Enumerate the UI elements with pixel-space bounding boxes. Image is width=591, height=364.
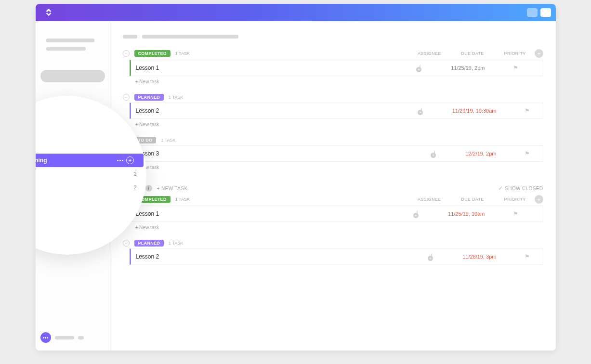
status-header: −COMPLETED1 TASKASSIGNEEDUE DATEPRIORITY…	[123, 49, 543, 58]
clickup-logo	[43, 7, 54, 18]
due-date-cell[interactable]: 12/2/19, 2pm	[465, 151, 496, 156]
chat-dots: •••	[43, 335, 49, 340]
assignee-icon[interactable]	[417, 210, 418, 217]
due-date-cell[interactable]: 11/25/19, 10am	[448, 211, 485, 217]
assignee-cell[interactable]	[421, 254, 442, 260]
list-section: ass 2i+ NEW TASK✓SHOW CLOSED−COMPLETED1 …	[123, 184, 543, 265]
priority-cell[interactable]: ⚑	[505, 210, 526, 217]
task-count: 1 TASK	[175, 51, 190, 56]
column-headers: ASSIGNEEDUE DATEPRIORITY	[418, 197, 526, 202]
more-icon[interactable]	[117, 160, 123, 161]
task-row[interactable]: Lesson 111/25/19, 10am⚑	[130, 206, 543, 222]
priority-cell[interactable]: ⚑	[517, 253, 538, 260]
assignee-icon[interactable]	[434, 150, 435, 157]
sidebar-placeholder	[46, 47, 86, 51]
new-task-row[interactable]: + New task	[135, 162, 543, 173]
assignee-icon[interactable]	[420, 65, 420, 71]
col-assignee: ASSIGNEE	[418, 51, 441, 56]
status-header: −TO DO1 TASK	[123, 137, 543, 143]
title-bar	[36, 4, 556, 21]
status-pill[interactable]: PLANNED	[134, 240, 164, 247]
view-header	[123, 35, 543, 39]
sidebar-placeholder	[78, 336, 84, 339]
task-title: Lesson 2	[136, 107, 159, 114]
collapse-icon[interactable]: −	[123, 94, 130, 101]
task-row[interactable]: Lesson 211/28/19, 3pm⚑	[130, 248, 543, 265]
task-count: 1 TASK	[169, 95, 183, 100]
spacer	[529, 64, 538, 72]
list-count: 2	[133, 184, 136, 190]
assignee-icon[interactable]	[431, 253, 432, 260]
priority-cell[interactable]: ⚑	[517, 150, 538, 157]
priority-cell[interactable]: ⚑	[517, 107, 538, 114]
folder-label: Class Planning	[36, 157, 47, 164]
status-group: −TO DO1 TASKLesson 312/2/19, 2pm⚑+ New t…	[123, 137, 543, 173]
list-section: −COMPLETED1 TASKASSIGNEEDUE DATEPRIORITY…	[123, 49, 543, 173]
new-task-link[interactable]: + NEW TASK	[157, 186, 188, 191]
main-content: −COMPLETED1 TASKASSIGNEEDUE DATEPRIORITY…	[110, 21, 556, 351]
task-row[interactable]: Lesson 111/25/19, 2pm⚑	[130, 60, 543, 76]
list-count: 2	[133, 171, 136, 177]
app-window: ••• −COMPLETED1 TASKASSIGNEEDUE DATEPRIO…	[36, 4, 556, 351]
chat-icon[interactable]: •••	[40, 332, 51, 343]
column-headers: ASSIGNEEDUE DATEPRIORITY	[418, 51, 526, 56]
due-date-cell[interactable]: 11/29/19, 10:30am	[452, 108, 497, 114]
assignee-cell[interactable]	[407, 211, 428, 217]
due-date-cell[interactable]: 11/25/19, 2pm	[451, 65, 485, 71]
col-priority: PRIORITY	[504, 51, 526, 56]
sidebar-list-item[interactable]: Class 22	[36, 181, 146, 194]
window-control[interactable]	[540, 8, 551, 17]
status-pill[interactable]: COMPLETED	[134, 50, 171, 57]
status-header: −PLANNED1 TASK	[123, 94, 543, 101]
list-header: ass 2i+ NEW TASK✓SHOW CLOSED	[123, 184, 543, 192]
status-header: −PLANNED1 TASK	[123, 240, 543, 247]
collapse-icon[interactable]: −	[123, 240, 130, 247]
sidebar-folder-active[interactable]: Class Planning ＋	[36, 154, 144, 167]
col-due: DUE DATE	[461, 51, 484, 56]
collapse-icon[interactable]: −	[123, 50, 130, 57]
task-row[interactable]: Lesson 312/2/19, 2pm⚑	[130, 145, 543, 162]
task-row[interactable]: Lesson 211/29/19, 10:30am⚑	[130, 103, 543, 119]
sidebar-placeholder	[46, 39, 94, 42]
header-placeholder	[123, 35, 137, 39]
sidebar-list-item[interactable]: Class 12	[36, 167, 146, 181]
info-icon[interactable]: i	[145, 185, 152, 192]
task-title: Lesson 1	[136, 210, 159, 217]
status-pill[interactable]: PLANNED	[134, 94, 164, 101]
task-count: 1 TASK	[161, 138, 175, 143]
assignee-icon[interactable]	[421, 107, 422, 114]
col-assignee: ASSIGNEE	[418, 197, 441, 202]
new-task-row[interactable]: + New task	[135, 76, 543, 87]
col-due: DUE DATE	[461, 197, 484, 202]
col-priority: PRIORITY	[504, 197, 526, 202]
status-group: −COMPLETED1 TASKASSIGNEEDUE DATEPRIORITY…	[123, 195, 543, 233]
due-date-cell[interactable]: 11/28/19, 3pm	[462, 254, 496, 260]
task-title: Lesson 1	[136, 65, 159, 71]
add-icon[interactable]: ＋	[126, 156, 134, 164]
assignee-cell[interactable]	[424, 151, 445, 156]
new-task-row[interactable]: + New task	[135, 222, 543, 233]
new-task-row[interactable]: + New task	[135, 119, 543, 130]
sidebar-placeholder	[55, 336, 74, 339]
add-column-button[interactable]: ＋	[535, 49, 543, 58]
task-title: Lesson 2	[136, 253, 159, 260]
priority-cell[interactable]: ⚑	[505, 65, 526, 71]
header-placeholder	[142, 35, 238, 39]
add-column-button[interactable]: ＋	[535, 195, 543, 204]
status-group: −COMPLETED1 TASKASSIGNEEDUE DATEPRIORITY…	[123, 49, 543, 87]
spacer	[529, 209, 538, 218]
task-count: 1 TASK	[169, 241, 183, 246]
status-group: −PLANNED1 TASKLesson 211/29/19, 10:30am⚑…	[123, 94, 543, 130]
task-count: 1 TASK	[175, 197, 190, 202]
status-group: −PLANNED1 TASKLesson 211/28/19, 3pm⚑	[123, 240, 543, 265]
assignee-cell[interactable]	[409, 65, 431, 71]
window-controls	[527, 8, 551, 17]
show-closed-toggle[interactable]: ✓SHOW CLOSED	[498, 185, 543, 192]
sidebar-search[interactable]	[40, 70, 105, 82]
window-control[interactable]	[527, 8, 538, 17]
assignee-cell[interactable]	[411, 108, 432, 114]
status-header: −COMPLETED1 TASKASSIGNEEDUE DATEPRIORITY…	[123, 195, 543, 204]
